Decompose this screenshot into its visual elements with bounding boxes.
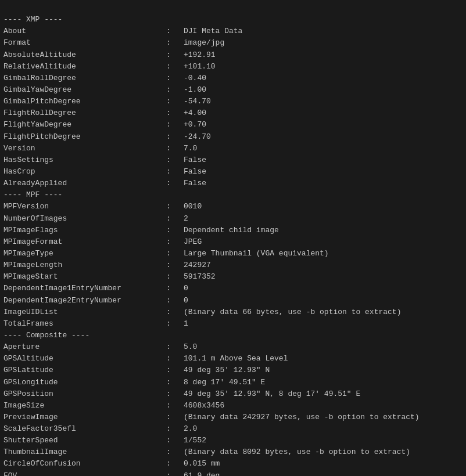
row-separator: : [166, 365, 184, 376]
table-row: GPSLongitude: 8 deg 17' 49.51" E [3, 377, 463, 388]
row-separator: : [166, 435, 184, 446]
row-separator: : [166, 119, 184, 131]
row-key: GPSLongitude [3, 377, 166, 388]
row-key: MPImageFlags [3, 225, 166, 236]
table-row: ThumbnailImage: (Binary data 8092 bytes,… [3, 446, 463, 458]
row-separator: : [166, 306, 184, 318]
row-separator: : [166, 84, 184, 96]
row-key: MPImageStart [3, 271, 166, 283]
table-row: MPImageStart: 5917352 [3, 271, 463, 283]
row-separator: : [166, 96, 184, 107]
table-row: AlreadyApplied: False [3, 178, 463, 189]
row-separator: : [166, 73, 184, 84]
row-separator: : [166, 470, 184, 476]
row-value: +0.70 [184, 119, 206, 131]
row-value: image/jpg [184, 37, 224, 49]
row-separator: : [166, 318, 184, 330]
table-row: ImageSize: 4608x3456 [3, 400, 463, 412]
table-row: ImageUIDList: (Binary data 66 bytes, use… [3, 306, 463, 318]
table-row: Version: 7.0 [3, 143, 463, 154]
row-value: 0010 [184, 201, 202, 212]
table-row: GimbalPitchDegree: -54.70 [3, 96, 463, 107]
row-separator: : [166, 400, 184, 412]
row-value: 101.1 m Above Sea Level [184, 353, 288, 365]
row-value: JPEG [184, 236, 202, 248]
row-separator: : [166, 271, 184, 283]
table-row: ScaleFactor35efl: 2.0 [3, 423, 463, 435]
row-separator: : [166, 388, 184, 400]
row-separator: : [166, 248, 184, 259]
row-key: TotalFrames [3, 318, 166, 330]
row-value: +101.10 [184, 61, 216, 73]
row-key: About [3, 26, 166, 37]
row-value: -1.00 [184, 84, 206, 96]
row-separator: : [166, 131, 184, 143]
row-value: DJI Meta Data [184, 26, 242, 37]
row-key: GPSAltitude [3, 353, 166, 365]
table-row: CircleOfConfusion: 0.015 mm [3, 458, 463, 470]
table-row: ShutterSpeed: 1/552 [3, 435, 463, 446]
row-separator: : [166, 166, 184, 178]
row-value: False [184, 166, 206, 178]
row-key: ScaleFactor35efl [3, 423, 166, 435]
row-key: ThumbnailImage [3, 446, 166, 458]
table-row: FlightYawDegree: +0.70 [3, 119, 463, 131]
row-value: 0 [184, 295, 188, 306]
row-key: GPSLatitude [3, 365, 166, 376]
row-separator: : [166, 259, 184, 271]
row-value: +4.00 [184, 107, 206, 119]
row-value: 5917352 [184, 271, 216, 283]
row-value: 2 [184, 213, 188, 225]
table-row: HasSettings: False [3, 154, 463, 166]
row-separator: : [166, 423, 184, 435]
row-value: 7.0 [184, 143, 197, 154]
row-key: ImageUIDList [3, 306, 166, 318]
row-value: 1 [184, 318, 188, 330]
table-row: GPSAltitude: 101.1 m Above Sea Level [3, 353, 463, 365]
row-key: PreviewImage [3, 412, 166, 423]
row-key: ImageSize [3, 400, 166, 412]
row-value: (Binary data 242927 bytes, use -b option… [184, 412, 420, 423]
table-row: NumberOfImages: 2 [3, 213, 463, 225]
table-row: MPImageType: Large Thumbnail (VGA equiva… [3, 248, 463, 259]
row-key: RelativeAltitude [3, 61, 166, 73]
row-separator: : [166, 353, 184, 365]
row-value: 2.0 [184, 423, 197, 435]
row-separator: : [166, 201, 184, 212]
table-row: AbsoluteAltitude: +192.91 [3, 49, 463, 61]
row-value: (Binary data 66 bytes, use -b option to … [184, 306, 401, 318]
row-key: Format [3, 37, 166, 49]
row-value: -24.70 [184, 131, 211, 143]
table-row: DependentImage2EntryNumber: 0 [3, 295, 463, 306]
section-header: ---- MPF ---- [3, 189, 463, 201]
row-separator: : [166, 341, 184, 353]
row-value: 8 deg 17' 49.51" E [184, 377, 265, 388]
row-key: GPSPosition [3, 388, 166, 400]
row-value: 61.9 deg [184, 470, 220, 476]
row-separator: : [166, 458, 184, 470]
row-separator: : [166, 283, 184, 294]
table-row: RelativeAltitude: +101.10 [3, 61, 463, 73]
row-key: GimbalYawDegree [3, 84, 166, 96]
table-row: FOV: 61.9 deg [3, 470, 463, 476]
row-key: AbsoluteAltitude [3, 49, 166, 61]
row-key: MPImageType [3, 248, 166, 259]
row-separator: : [166, 377, 184, 388]
section-header: ---- Composite ---- [3, 330, 463, 341]
row-value: -54.70 [184, 96, 211, 107]
terminal-output: ---- XMP ----About: DJI Meta DataFormat:… [0, 0, 466, 476]
table-row: GPSPosition: 49 deg 35' 12.93" N, 8 deg … [3, 388, 463, 400]
table-row: DependentImage1EntryNumber: 0 [3, 283, 463, 294]
row-value: 0 [184, 283, 188, 294]
table-row: MPFVersion: 0010 [3, 201, 463, 212]
table-row: FlightPitchDegree: -24.70 [3, 131, 463, 143]
row-key: FlightRollDegree [3, 107, 166, 119]
table-row: MPImageFormat: JPEG [3, 236, 463, 248]
row-separator: : [166, 446, 184, 458]
table-row: MPImageFlags: Dependent child image [3, 225, 463, 236]
row-key: FlightPitchDegree [3, 131, 166, 143]
table-row: GPSLatitude: 49 deg 35' 12.93" N [3, 365, 463, 376]
row-value: 4608x3456 [184, 400, 224, 412]
row-separator: : [166, 107, 184, 119]
row-key: NumberOfImages [3, 213, 166, 225]
